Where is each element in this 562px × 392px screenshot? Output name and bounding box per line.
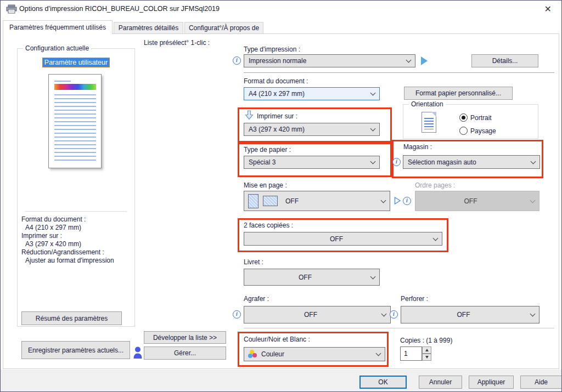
layout-value: OFF	[285, 197, 299, 205]
group-legend: Configuration actuelle	[23, 44, 91, 52]
summary-line: Format du document :	[21, 215, 86, 223]
help-button[interactable]: Aide	[520, 376, 562, 389]
copies-input[interactable]: 1	[400, 346, 422, 361]
chevron-down-icon	[377, 306, 390, 323]
play-icon	[421, 56, 428, 65]
orientation-legend: Orientation	[409, 100, 446, 108]
portrait-radio[interactable]	[459, 113, 468, 122]
expand-list-button[interactable]: Développer la liste >>	[144, 331, 226, 344]
print-on-select[interactable]: A3 (297 x 420 mm)	[244, 123, 380, 136]
spin-up-button[interactable]	[422, 346, 431, 354]
tab-label: Paramètres détaillés	[119, 24, 178, 32]
tab-frequent-settings[interactable]: Paramètres fréquemment utilisés	[3, 20, 113, 34]
portrait-label: Portrait	[470, 114, 492, 122]
info-icon: i	[233, 56, 241, 65]
section-divider	[244, 328, 554, 328]
booklet-select[interactable]: OFF	[244, 269, 380, 286]
preview-text-lines	[54, 94, 96, 162]
section-divider	[244, 72, 554, 73]
summary-divider	[25, 211, 127, 212]
cancel-button[interactable]: Annuler	[419, 376, 462, 389]
chevron-down-icon	[402, 55, 415, 67]
color-mode-label: Couleur/Noir et Blanc :	[244, 336, 310, 343]
print-options-dialog: Options d'impression RICOH_BUREAU_COLOR …	[0, 0, 562, 392]
person-icon	[133, 346, 142, 359]
page-preview	[48, 74, 102, 168]
page-order-label: Ordre pages :	[415, 181, 455, 189]
apply-button[interactable]: Appliquer	[469, 376, 514, 389]
layout-label: Mise en page :	[244, 181, 287, 189]
page-order-value: OFF	[415, 197, 526, 205]
staple-select[interactable]: OFF	[244, 306, 391, 323]
portrait-thumb-icon	[248, 194, 258, 208]
title-bar: Options d'impression RICOH_BUREAU_COLOR …	[1, 1, 561, 17]
info-icon: i	[390, 310, 398, 319]
chevron-down-icon	[526, 191, 539, 211]
settings-summary-button[interactable]: Résumé des paramètres	[21, 311, 122, 325]
chevron-down-icon	[526, 156, 539, 168]
document-size-label: Format du document :	[244, 77, 308, 85]
preview-rainbow-bar	[54, 84, 96, 90]
duplex-label: 2 faces copiées :	[244, 221, 293, 229]
tab-config-about[interactable]: Configurat°/À propos de	[184, 22, 263, 34]
manage-button[interactable]: Gérer...	[144, 346, 226, 360]
preview-title-line	[54, 81, 71, 82]
page-fold	[431, 112, 436, 117]
tab-label: Paramètres fréquemment utilisés	[9, 24, 106, 31]
details-button[interactable]: Détails...	[471, 54, 538, 67]
print-type-select[interactable]: Impression normale	[244, 54, 415, 67]
copies-label: Copies : (1 à 999)	[400, 337, 452, 344]
close-icon[interactable]: ✕	[541, 3, 555, 15]
tray-select[interactable]: Sélection magasin auto	[403, 155, 540, 169]
selected-setting-wrap: Paramètre utilisateur	[17, 57, 135, 67]
print-type-label: Type d'impression :	[244, 46, 300, 53]
spin-down-button[interactable]	[422, 354, 431, 361]
down-arrow-icon	[245, 110, 254, 120]
portrait-page-icon	[422, 112, 436, 133]
tray-value: Sélection magasin auto	[403, 158, 526, 166]
chevron-down-icon	[366, 156, 379, 168]
chevron-down-icon	[526, 306, 539, 323]
preset-list-label: Liste présélect° 1-clic :	[144, 39, 210, 47]
window-title: Options d'impression RICOH_BUREAU_COLOR …	[19, 5, 220, 13]
chevron-down-icon	[366, 123, 379, 135]
color-mode-select[interactable]: Couleur	[244, 347, 385, 361]
duplex-select[interactable]: OFF	[244, 232, 442, 246]
chevron-down-icon	[366, 269, 379, 285]
custom-paper-size-button[interactable]: Format papier personnalisé...	[404, 87, 513, 100]
selected-setting-highlight[interactable]: Paramètre utilisateur	[43, 58, 109, 67]
page-lines	[424, 118, 434, 129]
punch-select[interactable]: OFF	[401, 306, 539, 323]
info-icon: i	[392, 158, 401, 166]
paper-type-label: Type de papier :	[244, 146, 291, 154]
printer-icon	[6, 4, 17, 14]
print-on-label: Imprimer sur :	[257, 112, 297, 120]
staple-value: OFF	[244, 311, 377, 319]
info-icon: i	[233, 310, 241, 319]
booklet-label: Livret :	[244, 258, 263, 266]
layout-select[interactable]: OFF	[244, 191, 390, 211]
chevron-down-icon	[372, 348, 385, 361]
copies-stepper	[422, 346, 431, 361]
tab-detailed-settings[interactable]: Paramètres détaillés	[114, 22, 183, 34]
summary-line: A3 (297 x 420 mm)	[25, 240, 81, 248]
paper-type-value: Spécial 3	[244, 158, 366, 166]
color-mode-value: Couleur	[258, 350, 372, 358]
tray-label: Magasin :	[403, 143, 432, 151]
summary-line: Réduction/Agrandissement :	[21, 248, 104, 256]
ok-button[interactable]: OK	[359, 376, 407, 389]
play-outline-icon	[394, 196, 401, 205]
landscape-label: Paysage	[470, 127, 496, 135]
save-current-settings-button[interactable]: Enregistrer paramètres actuels...	[21, 341, 130, 359]
summary-line: Imprimer sur :	[21, 232, 62, 240]
chevron-down-icon	[376, 191, 390, 211]
print-type-value: Impression normale	[244, 57, 402, 65]
document-size-select[interactable]: A4 (210 x 297 mm)	[244, 87, 380, 100]
landscape-radio[interactable]	[459, 127, 468, 135]
document-size-value: A4 (210 x 297 mm)	[244, 90, 366, 98]
summary-line: A4 (210 x 297 mm)	[25, 224, 81, 231]
page-order-select: OFF	[415, 191, 539, 211]
duplex-value: OFF	[244, 235, 429, 243]
paper-type-select[interactable]: Spécial 3	[244, 156, 380, 169]
copies-value: 1	[404, 350, 408, 357]
